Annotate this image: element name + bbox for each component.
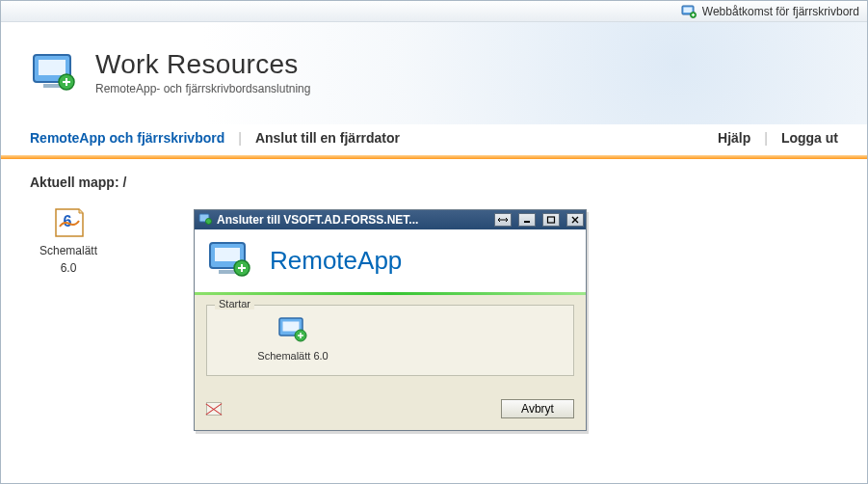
rdweb-access-link[interactable]: Webbåtkomst för fjärrskrivbord	[702, 5, 859, 18]
svg-point-9	[206, 218, 212, 224]
restore-size-button[interactable]	[494, 213, 512, 227]
maximize-button[interactable]	[542, 213, 560, 227]
remoteapp-brand-label: RemoteApp	[270, 246, 402, 276]
page-header: Work Resources RemoteApp- och fjärrskriv…	[1, 22, 867, 124]
page-title: Work Resources	[95, 49, 310, 80]
svg-text:6: 6	[64, 213, 72, 229]
starting-app-label: Schemalätt 6.0	[257, 350, 328, 362]
app-icon: 6	[50, 203, 87, 240]
current-folder-label: Aktuell mapp: /	[30, 175, 838, 190]
page-subtitle: RemoteApp- och fjärrskrivbordsanslutning	[95, 82, 310, 95]
starting-app-icon	[276, 315, 309, 346]
dialog-titlebar[interactable]: Ansluter till VSOFT.AD.FORSS.NET...	[195, 210, 586, 229]
logout-link[interactable]: Logga ut	[781, 130, 838, 146]
minimize-button[interactable]	[518, 213, 536, 227]
tab-connect-remote[interactable]: Anslut till en fjärrdator	[255, 130, 400, 146]
dialog-title: Ansluter till VSOFT.AD.FORSS.NET...	[217, 213, 487, 227]
top-system-bar: Webbåtkomst för fjärrskrivbord	[1, 1, 867, 22]
broken-image-icon	[206, 402, 222, 416]
svg-rect-13	[215, 248, 240, 261]
tab-remoteapp[interactable]: RemoteApp och fjärrskrivbord	[30, 130, 224, 146]
svg-rect-4	[39, 60, 66, 75]
svg-rect-11	[548, 217, 555, 223]
work-resources-logo	[30, 51, 80, 94]
svg-rect-17	[283, 322, 300, 332]
help-link[interactable]: Hjälp	[718, 130, 750, 146]
remote-desktop-icon	[681, 4, 697, 18]
cancel-button[interactable]: Avbryt	[501, 399, 574, 418]
app-tile-schemalatt[interactable]: 6 Schemalätt 6.0	[30, 203, 107, 275]
remoteapp-logo-icon	[206, 239, 254, 282]
app-label-line2: 6.0	[61, 261, 77, 275]
svg-rect-5	[43, 84, 61, 88]
nav-bar: RemoteApp och fjärrskrivbord | Anslut ti…	[1, 124, 867, 155]
svg-rect-14	[219, 270, 236, 274]
starting-groupbox: Startar Schemalätt 6.0	[206, 305, 574, 376]
connecting-dialog: Ansluter till VSOFT.AD.FORSS.NET... Remo…	[194, 209, 587, 431]
app-label-line1: Schemalätt	[39, 244, 97, 257]
nav-separator: |	[764, 130, 768, 146]
close-button[interactable]	[566, 213, 584, 227]
dialog-title-icon	[198, 213, 212, 228]
nav-separator: |	[238, 130, 242, 146]
starting-app-item: Schemalätt 6.0	[250, 315, 336, 362]
dialog-header-panel: RemoteApp	[195, 229, 586, 292]
groupbox-legend: Startar	[215, 298, 254, 309]
svg-rect-1	[683, 7, 692, 13]
